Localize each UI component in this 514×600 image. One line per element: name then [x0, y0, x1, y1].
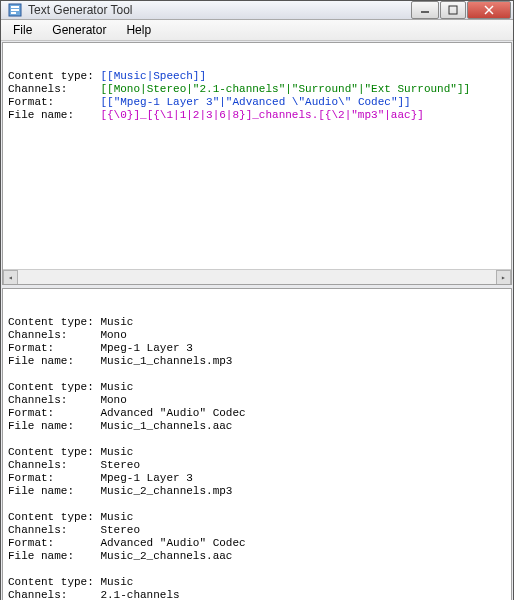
template-text[interactable]: Content type: [[Music|Speech]] Channels:…	[3, 67, 511, 125]
close-button[interactable]	[467, 1, 511, 19]
output-text[interactable]: Content type: Music Channels: Mono Forma…	[3, 313, 511, 600]
menu-help[interactable]: Help	[116, 20, 161, 40]
menu-generator[interactable]: Generator	[42, 20, 116, 40]
svg-rect-2	[11, 9, 19, 11]
content-area: Content type: [[Music|Speech]] Channels:…	[1, 41, 513, 600]
svg-rect-1	[11, 6, 19, 8]
svg-line-7	[485, 6, 493, 14]
scroll-left-icon[interactable]: ◂	[3, 270, 18, 285]
svg-line-6	[485, 6, 493, 14]
maximize-button[interactable]	[440, 1, 466, 19]
scroll-right-icon[interactable]: ▸	[496, 270, 511, 285]
window-controls	[411, 1, 511, 19]
app-icon	[7, 2, 23, 18]
app-window: Text Generator Tool File Generator Help …	[0, 0, 514, 600]
window-title: Text Generator Tool	[28, 3, 411, 17]
minimize-button[interactable]	[411, 1, 439, 19]
template-editor[interactable]: Content type: [[Music|Speech]] Channels:…	[2, 42, 512, 285]
svg-rect-5	[449, 6, 457, 14]
menubar: File Generator Help	[1, 20, 513, 41]
menu-file[interactable]: File	[3, 20, 42, 40]
output-viewer[interactable]: Content type: Music Channels: Mono Forma…	[2, 288, 512, 600]
svg-rect-3	[11, 12, 16, 14]
titlebar: Text Generator Tool	[1, 1, 513, 20]
scrollbar-x[interactable]: ◂ ▸	[3, 269, 511, 284]
